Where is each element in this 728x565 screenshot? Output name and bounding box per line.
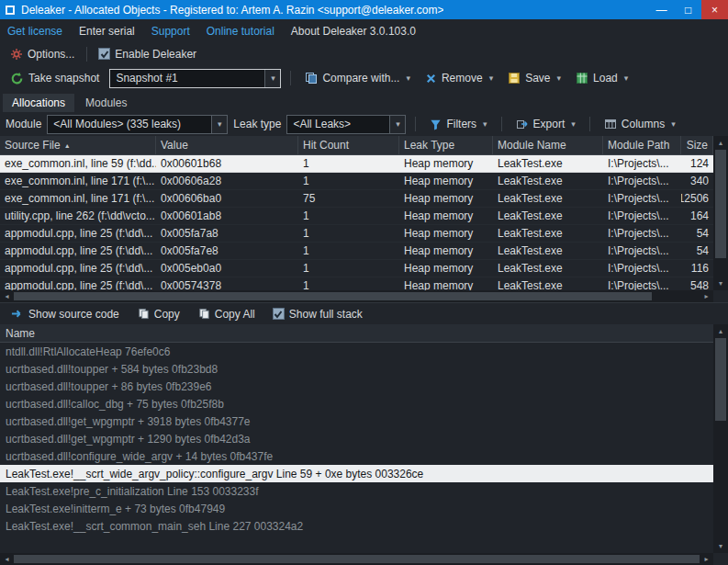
tab-allocations[interactable]: Allocations [3, 94, 74, 112]
cell-value: 0x005eb0a0 [156, 260, 298, 277]
allocations-horizontal-scrollbar[interactable]: ◂ ▸ [0, 290, 728, 302]
scroll-down-icon[interactable]: ▾ [713, 277, 728, 290]
stack-column-header-name[interactable]: Name [0, 324, 713, 343]
scroll-left-icon[interactable]: ◂ [0, 553, 14, 565]
stack-vertical-scrollbar[interactable]: ▴ ▾ [713, 324, 728, 553]
cell-value: 0x00606ba0 [156, 190, 298, 207]
stack-frame-row[interactable]: ucrtbased.dll!get_wpgmptr + 3918 bytes 0… [0, 412, 713, 430]
minimize-button[interactable]: — [648, 0, 675, 19]
compare-with-label: Compare with... [322, 72, 399, 85]
scroll-down-icon[interactable]: ▾ [713, 539, 728, 553]
stack-frame-row[interactable]: LeakTest.exe!__scrt_common_main_seh Line… [0, 517, 713, 535]
table-row[interactable]: exe_common.inl, line 171 (f:\... 0x00606… [0, 173, 713, 190]
stack-frame-row[interactable]: LeakTest.exe!initterm_e + 73 bytes 0fb47… [0, 500, 713, 517]
stack-frame-row[interactable]: ucrtbased.dll!toupper + 86 bytes 0fb239e… [0, 378, 713, 395]
cell-source-file: exe_common.inl, line 171 (f:\... [0, 173, 156, 189]
load-label: Load [593, 72, 618, 85]
enable-deleaker-checkbox[interactable]: Enable Deleaker [95, 48, 200, 61]
cell-leak-type: Heap memory [399, 208, 493, 224]
scrollbar-thumb[interactable] [14, 555, 700, 563]
compare-with-button[interactable]: Compare with... ▾ [300, 70, 415, 86]
maximize-button[interactable]: □ [675, 0, 701, 19]
close-button[interactable]: × [701, 0, 728, 19]
menu-about[interactable]: About Deleaker 3.0.103.0 [291, 25, 416, 38]
table-row[interactable]: appmodul.cpp, line 25 (f:\dd\... 0x005fa… [0, 243, 713, 260]
menu-enter-serial[interactable]: Enter serial [79, 25, 135, 38]
remove-x-icon [425, 73, 437, 85]
export-button[interactable]: Export ▾ [511, 116, 580, 132]
scrollbar-thumb[interactable] [715, 338, 726, 421]
remove-button[interactable]: Remove ▾ [420, 70, 498, 86]
table-row[interactable]: exe_common.inl, line 59 (f:\dd... 0x0060… [0, 155, 713, 173]
cell-module-name: LeakTest.exe [493, 208, 603, 224]
stack-frame-row[interactable]: ucrtbased.dll!toupper + 584 bytes 0fb23b… [0, 360, 713, 378]
stack-frame-row-selected[interactable]: LeakTest.exe!__scrt_wide_argv_policy::co… [0, 465, 713, 482]
scroll-up-icon[interactable]: ▴ [713, 136, 728, 150]
show-full-stack-checkbox[interactable]: Show full stack [269, 308, 366, 321]
menu-get-license[interactable]: Get license [7, 25, 62, 38]
column-header-hit-count[interactable]: Hit Count [298, 136, 399, 154]
filters-button[interactable]: Filters ▾ [425, 116, 491, 132]
window-controls: — □ × [648, 0, 728, 19]
remove-label: Remove [442, 72, 483, 85]
scrollbar-track[interactable] [14, 292, 700, 300]
scrollbar-track[interactable] [715, 338, 726, 539]
leak-type-filter-select[interactable]: <All Leaks> ▾ [286, 115, 406, 134]
copy-icon [138, 308, 150, 320]
table-row[interactable]: exe_common.inl, line 171 (f:\... 0x00606… [0, 190, 713, 208]
leak-type-filter-label: Leak type [233, 118, 281, 130]
toolbar-separator [86, 47, 87, 62]
app-icon[interactable] [5, 5, 16, 16]
stack-frame-row[interactable]: ucrtbased.dll!configure_wide_argv + 14 b… [0, 447, 713, 465]
options-toolbar: Options... Enable Deleaker [0, 42, 728, 65]
stack-frame-row[interactable]: ucrtbased.dll!calloc_dbg + 75 bytes 0fb2… [0, 395, 713, 412]
chevron-down-icon: ▾ [671, 119, 676, 129]
column-header-module-name[interactable]: Module Name [493, 136, 603, 154]
stack-horizontal-scrollbar[interactable]: ◂ ▸ [0, 553, 728, 565]
menu-support[interactable]: Support [151, 25, 190, 38]
load-button[interactable]: Load ▾ [571, 70, 633, 86]
toolbar-separator [501, 117, 502, 131]
cell-hit-count: 1 [298, 277, 399, 290]
column-header-size[interactable]: Size [681, 136, 713, 154]
columns-button[interactable]: Columns ▾ [599, 116, 680, 132]
stack-frame-row[interactable]: ucrtbased.dll!get_wpgmptr + 1290 bytes 0… [0, 430, 713, 447]
options-button[interactable]: Options... [6, 46, 79, 62]
copy-all-label: Copy All [215, 308, 255, 321]
allocations-vertical-scrollbar[interactable]: ▴ ▾ [713, 136, 728, 290]
scrollbar-thumb[interactable] [14, 292, 652, 300]
column-header-leak-type[interactable]: Leak Type [399, 136, 493, 154]
save-disk-icon [508, 72, 521, 85]
stack-frame-row[interactable]: ntdll.dll!RtlAllocateHeap 76efe0c6 [0, 343, 713, 360]
copy-all-button[interactable]: Copy All [194, 306, 260, 322]
scrollbar-track[interactable] [715, 150, 726, 277]
titlebar[interactable]: Deleaker - Allocated Objects - Registere… [0, 0, 728, 19]
scrollbar-thumb[interactable] [715, 150, 726, 258]
table-row[interactable]: appmodul.cpp, line 25 (f:\dd\... 0x005fa… [0, 225, 713, 243]
cell-module-name: LeakTest.exe [493, 277, 603, 290]
scroll-up-icon[interactable]: ▴ [713, 324, 728, 338]
scroll-right-icon[interactable]: ▸ [700, 553, 713, 565]
module-filter-select[interactable]: <All Modules> (335 leaks) ▾ [47, 115, 228, 134]
column-header-module-path[interactable]: Module Path [603, 136, 681, 154]
scroll-right-icon[interactable]: ▸ [700, 290, 713, 302]
cell-module-name: LeakTest.exe [493, 243, 603, 259]
scrollbar-track[interactable] [14, 555, 700, 563]
table-row[interactable]: utility.cpp, line 262 (f:\dd\vcto... 0x0… [0, 208, 713, 225]
save-label: Save [525, 72, 550, 85]
table-row[interactable]: appmodul.cpp, line 25 (f:\dd\... 0x00574… [0, 277, 713, 290]
tab-modules[interactable]: Modules [76, 94, 136, 112]
column-header-source-file[interactable]: Source File ▲ [0, 136, 156, 154]
save-button[interactable]: Save ▾ [503, 70, 566, 86]
cell-value: 0x005fa7e8 [156, 243, 298, 259]
copy-button[interactable]: Copy [133, 306, 185, 322]
take-snapshot-button[interactable]: Take snapshot [6, 70, 104, 87]
snapshot-select[interactable]: Snapshot #1 ▾ [109, 69, 281, 88]
show-source-code-button[interactable]: Show source code [6, 306, 124, 322]
stack-frame-row[interactable]: LeakTest.exe!pre_c_initialization Line 1… [0, 482, 713, 500]
column-header-value[interactable]: Value [156, 136, 298, 154]
menu-online-tutorial[interactable]: Online tutorial [207, 25, 274, 38]
table-row[interactable]: appmodul.cpp, line 25 (f:\dd\... 0x005eb… [0, 260, 713, 277]
scroll-left-icon[interactable]: ◂ [0, 290, 14, 302]
enable-deleaker-label: Enable Deleaker [115, 48, 196, 61]
